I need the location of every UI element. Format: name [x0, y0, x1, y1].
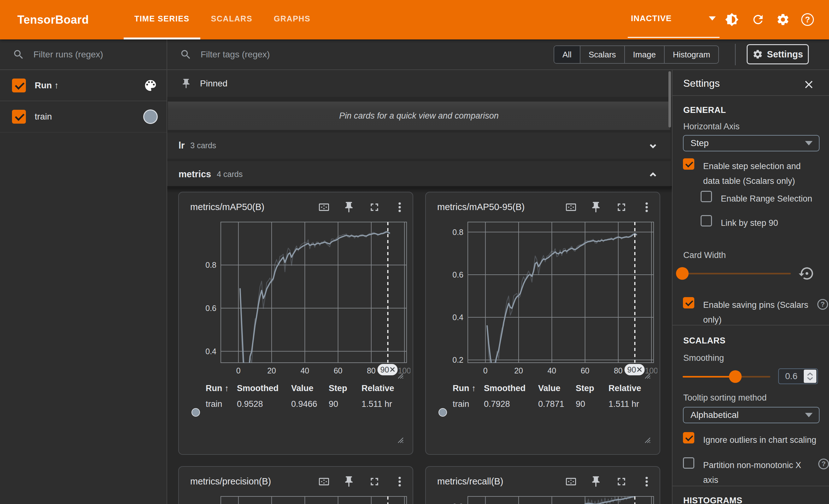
divider [673, 325, 829, 325]
filter-all-button[interactable]: All [554, 46, 580, 63]
tag-filter-bar: All Scalars Image Histogram Settings [167, 39, 829, 70]
filter-histogram-button[interactable]: Histogram [665, 46, 718, 63]
step-selection-checkbox[interactable] [683, 158, 694, 170]
svg-text:20: 20 [267, 366, 276, 375]
gear-icon[interactable] [776, 12, 790, 27]
gear-icon [752, 49, 763, 60]
table-header-value[interactable]: Value [538, 384, 561, 393]
scalar-line-chart[interactable]: 0.9 [426, 467, 657, 504]
tags-filter-input[interactable] [200, 49, 396, 60]
range-selection-setting[interactable]: Enable Range Selection [700, 191, 812, 206]
runs-filter-input[interactable] [33, 49, 167, 60]
spinner-stepper[interactable] [804, 370, 816, 383]
link-by-step-label: Link by step 90 [721, 216, 778, 230]
run-checkbox-train[interactable] [12, 110, 26, 123]
app-title: TensorBoard [17, 13, 89, 27]
palette-icon[interactable] [143, 78, 158, 93]
svg-text:90: 90 [381, 365, 389, 374]
horizontal-axis-select[interactable]: Step [683, 135, 820, 151]
scalar-line-chart[interactable] [179, 467, 410, 504]
help-icon[interactable]: ? [817, 299, 828, 310]
help-icon[interactable]: ? [818, 459, 829, 469]
tooltip-sort-label: Tooltip sorting method [683, 393, 766, 403]
ignore-outliers-label: Ignore outliers in chart scaling [703, 433, 816, 447]
smoothing-slider[interactable] [683, 370, 770, 383]
svg-text:0.6: 0.6 [453, 270, 463, 279]
table-cell-smoothed: 0.9528 [237, 399, 263, 409]
resize-handle[interactable] [396, 435, 404, 443]
run-color-swatch[interactable] [143, 109, 158, 124]
histograms-heading: HISTOGRAMS [683, 496, 743, 504]
resize-handle[interactable] [396, 371, 404, 379]
chevron-up-icon[interactable] [647, 168, 659, 181]
pinned-section-header: Pinned [167, 70, 672, 97]
svg-text:90: 90 [627, 365, 636, 374]
cards-area: Pinned Pin cards for a quick view and co… [167, 70, 672, 504]
partition-axis-setting[interactable]: Partition non-monotonic X axis ? [683, 457, 829, 488]
card-width-slider[interactable] [682, 267, 791, 280]
table-header-smoothed[interactable]: Smoothed [484, 384, 526, 393]
table-header-run[interactable]: Run ↑ [206, 384, 229, 393]
open-settings-button[interactable]: Settings [747, 44, 809, 64]
slider-knob[interactable] [676, 267, 689, 280]
horizontal-axis-value: Step [690, 138, 709, 148]
help-icon[interactable]: ? [801, 12, 815, 27]
chevron-down-icon [709, 16, 716, 21]
settings-panel: Settings GENERAL Horizontal Axis Step En… [672, 70, 829, 504]
link-by-step-checkbox[interactable] [700, 215, 712, 226]
saving-pins-setting[interactable]: Enable saving pins (Scalars only) ? [683, 297, 828, 328]
group-row-lr[interactable]: lr 3 cards [167, 133, 671, 159]
reset-card-width-icon[interactable] [799, 265, 815, 282]
tooltip-sort-select[interactable]: Alphabetical [683, 407, 820, 423]
experiment-status-select[interactable]: INACTIVE [628, 0, 720, 38]
close-icon[interactable] [802, 78, 815, 91]
group-card-count: 4 cards [217, 170, 243, 179]
scalar-line-chart[interactable]: 0204060801000.80.60.40.290 [426, 192, 657, 382]
tab-scalars[interactable]: SCALARS [200, 0, 263, 39]
table-header-relative[interactable]: Relative [609, 384, 641, 393]
resize-handle[interactable] [643, 371, 651, 379]
runs-column-header[interactable]: Run ↑ [35, 80, 59, 91]
table-header-run[interactable]: Run ↑ [453, 384, 476, 393]
runs-filter-bar [0, 39, 167, 70]
svg-text:0: 0 [236, 366, 241, 375]
group-name: metrics [179, 169, 211, 179]
smoothing-value-input[interactable]: 0.6 [778, 368, 818, 384]
table-cell-run: train [453, 399, 469, 409]
step-selection-label: Enable step selection and data table (Sc… [703, 159, 819, 189]
scalars-heading: SCALARS [683, 336, 725, 346]
ignore-outliers-checkbox[interactable] [683, 432, 694, 443]
svg-text:0.8: 0.8 [205, 260, 216, 269]
table-cell-run: train [206, 399, 222, 409]
link-by-step-setting[interactable]: Link by step 90 [700, 215, 778, 230]
step-selection-setting[interactable]: Enable step selection and data table (Sc… [683, 158, 819, 189]
run-row-train[interactable]: train [0, 101, 167, 133]
scrollbar[interactable] [669, 71, 671, 128]
table-header-relative[interactable]: Relative [361, 384, 394, 393]
range-selection-checkbox[interactable] [700, 191, 712, 202]
chevron-down-icon [805, 141, 813, 145]
filter-image-button[interactable]: Image [625, 46, 665, 63]
ignore-outliers-setting[interactable]: Ignore outliers in chart scaling [683, 432, 816, 447]
select-all-runs-checkbox[interactable] [12, 78, 26, 93]
divider [735, 44, 735, 65]
resize-handle[interactable] [643, 435, 651, 443]
partition-axis-checkbox[interactable] [683, 457, 694, 469]
tab-graphs[interactable]: GRAPHS [263, 0, 321, 39]
brightness-toggle-icon[interactable] [725, 12, 739, 27]
slider-knob[interactable] [729, 370, 742, 383]
chevron-down-icon[interactable] [647, 139, 659, 152]
table-header-smoothed[interactable]: Smoothed [237, 384, 279, 393]
table-header-step[interactable]: Step [576, 384, 594, 393]
group-card-count: 3 cards [190, 141, 216, 150]
scalar-line-chart[interactable]: 0204060801000.80.60.490 [179, 192, 410, 382]
table-header-step[interactable]: Step [329, 384, 347, 393]
table-cell-value: 0.9466 [291, 399, 317, 409]
refresh-icon[interactable] [751, 12, 765, 27]
table-header-value[interactable]: Value [291, 384, 314, 393]
filter-scalars-button[interactable]: Scalars [580, 46, 625, 63]
tab-time-series[interactable]: TIME SERIES [124, 0, 200, 39]
saving-pins-checkbox[interactable] [683, 297, 694, 309]
smoothing-label: Smoothing [683, 353, 724, 363]
group-row-metrics[interactable]: metrics 4 cards [167, 161, 671, 187]
